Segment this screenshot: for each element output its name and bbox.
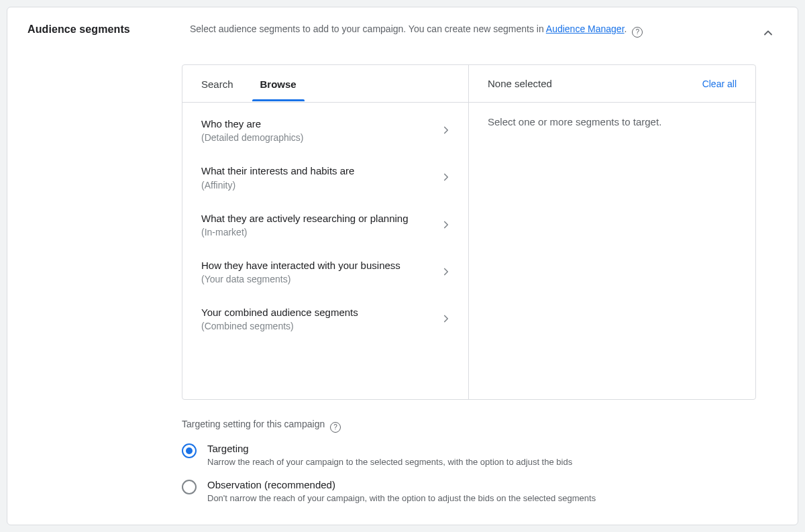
- radio-text: Observation (recommended)Don't narrow th…: [207, 479, 596, 503]
- category-text: What they are actively researching or pl…: [201, 212, 440, 237]
- chevron-right-icon: [440, 266, 452, 278]
- category-subtitle: (Affinity): [201, 180, 432, 191]
- chevron-right-icon: [440, 313, 452, 325]
- selected-panel: None selected Clear all Select one or mo…: [469, 65, 755, 399]
- tab-bar: Search Browse: [182, 65, 468, 103]
- radio-description: Don't narrow the reach of your campaign,…: [207, 493, 596, 503]
- tab-browse-label: Browse: [260, 78, 297, 90]
- targeting-title-row: Targeting setting for this campaign ?: [182, 419, 756, 431]
- section-title: Audience segments: [28, 23, 130, 35]
- help-icon[interactable]: ?: [632, 27, 643, 38]
- clear-all-button[interactable]: Clear all: [697, 74, 742, 93]
- radio-button[interactable]: [182, 443, 197, 458]
- category-row[interactable]: How they have interacted with your busin…: [182, 248, 468, 295]
- chevron-right-icon: [440, 219, 452, 231]
- category-text: What their interests and habits are(Affi…: [201, 164, 440, 190]
- card-header: Audience segments Select audience segmen…: [28, 22, 777, 44]
- title-column: Audience segments: [28, 22, 182, 36]
- category-title: What they are actively researching or pl…: [201, 212, 432, 225]
- intro-text: Select audience segments to add to your …: [190, 22, 743, 36]
- selected-header: None selected Clear all: [469, 65, 755, 103]
- category-subtitle: (Detailed demographics): [201, 132, 432, 143]
- selected-body: Select one or more segments to target.: [469, 103, 755, 141]
- category-list: Who they are(Detailed demographics)What …: [182, 103, 468, 399]
- category-row[interactable]: Your combined audience segments(Combined…: [182, 295, 468, 342]
- chevron-right-icon: [440, 124, 452, 136]
- category-subtitle: (In-market): [201, 227, 432, 237]
- tab-browse[interactable]: Browse: [247, 66, 310, 101]
- body-area: Search Browse Who they are(Detailed demo…: [182, 44, 756, 503]
- chevron-right-icon: [440, 171, 452, 183]
- browse-panel: Search Browse Who they are(Detailed demo…: [182, 65, 469, 399]
- category-row[interactable]: Who they are(Detailed demographics): [182, 107, 468, 154]
- tab-search-label: Search: [201, 78, 233, 90]
- category-row[interactable]: What they are actively researching or pl…: [182, 201, 468, 248]
- radio-row: TargetingNarrow the reach of your campai…: [182, 443, 756, 467]
- radio-button[interactable]: [182, 480, 197, 494]
- segment-picker: Search Browse Who they are(Detailed demo…: [182, 64, 756, 400]
- radio-label: Observation (recommended): [207, 479, 596, 490]
- category-subtitle: (Combined segments): [201, 321, 432, 331]
- category-title: Who they are: [201, 117, 432, 131]
- collapse-button[interactable]: [759, 23, 777, 44]
- audience-segments-card: Audience segments Select audience segmen…: [7, 7, 798, 525]
- selected-placeholder: Select one or more segments to target.: [488, 116, 661, 127]
- category-text: Who they are(Detailed demographics): [201, 117, 440, 143]
- targeting-section: Targeting setting for this campaign ? Ta…: [182, 419, 756, 503]
- category-title: How they have interacted with your busin…: [201, 259, 432, 272]
- radio-row: Observation (recommended)Don't narrow th…: [182, 479, 756, 503]
- tab-search[interactable]: Search: [188, 66, 247, 101]
- category-subtitle: (Your data segments): [201, 274, 432, 284]
- intro-suffix: .: [625, 23, 627, 34]
- category-text: How they have interacted with your busin…: [201, 259, 440, 284]
- audience-manager-link[interactable]: Audience Manager: [546, 23, 625, 34]
- chevron-up-icon: [761, 26, 775, 40]
- radio-description: Narrow the reach of your campaign to the…: [207, 457, 572, 467]
- targeting-section-title: Targeting setting for this campaign: [182, 419, 325, 429]
- collapse-column: [751, 22, 777, 44]
- category-text: Your combined audience segments(Combined…: [201, 306, 440, 331]
- category-title: What their interests and habits are: [201, 164, 432, 178]
- category-title: Your combined audience segments: [201, 306, 432, 319]
- radio-text: TargetingNarrow the reach of your campai…: [207, 443, 572, 467]
- help-icon[interactable]: ?: [330, 422, 341, 433]
- radio-label: Targeting: [207, 443, 572, 454]
- radio-container: TargetingNarrow the reach of your campai…: [182, 443, 756, 503]
- none-selected-label: None selected: [488, 78, 552, 89]
- intro-prefix: Select audience segments to add to your …: [190, 23, 546, 34]
- category-row[interactable]: What their interests and habits are(Affi…: [182, 154, 468, 201]
